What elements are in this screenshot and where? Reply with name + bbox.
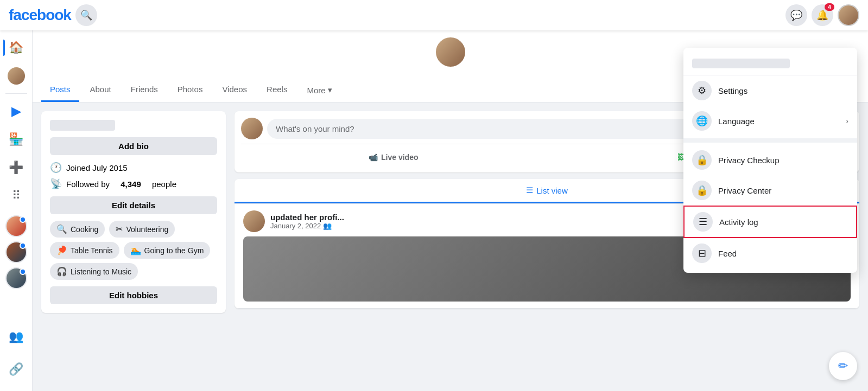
settings-label: Settings xyxy=(718,86,848,95)
privacy-center-label: Privacy Center xyxy=(718,186,848,195)
add-icon: ➕ xyxy=(9,161,23,175)
joined-text: Joined July 2015 xyxy=(66,163,128,172)
hobby-cooking[interactable]: 🔍 Cooking xyxy=(50,221,105,238)
menu-item-language[interactable]: 🌐 Language › xyxy=(683,106,857,136)
chevron-down-icon: ▾ xyxy=(328,85,332,95)
tab-videos[interactable]: Videos xyxy=(213,78,256,102)
sidebar-item-video[interactable]: ▶ xyxy=(3,98,29,124)
post-date: January 2, 2022 xyxy=(270,222,321,230)
edit-hobbies-button[interactable]: Edit hobbies xyxy=(50,286,217,304)
tab-reels[interactable]: Reels xyxy=(258,78,296,102)
volunteering-label: Volunteering xyxy=(126,225,168,234)
messenger-button[interactable]: 💬 xyxy=(785,4,807,26)
live-video-icon: 📹 xyxy=(369,153,378,162)
sidebar-divider xyxy=(5,93,27,94)
clock-icon: 🕐 xyxy=(50,162,62,174)
table-tennis-label: Table Tennis xyxy=(71,246,113,255)
more-button[interactable]: More ▾ xyxy=(298,79,340,101)
menu-item-feed[interactable]: ⊟ Feed xyxy=(683,238,857,268)
top-navigation: facebook 🔍 💬 🔔 4 xyxy=(0,0,868,30)
search-button[interactable]: 🔍 xyxy=(75,4,97,26)
joined-info: 🕐 Joined July 2015 xyxy=(50,162,217,174)
cooking-icon: 🔍 xyxy=(56,224,67,234)
followers-count: 4,349 xyxy=(121,180,141,189)
rss-icon: 📡 xyxy=(50,178,62,190)
active-indicator xyxy=(3,40,5,56)
feed-label: Feed xyxy=(718,249,848,258)
home-icon: 🏠 xyxy=(9,41,23,55)
tab-friends[interactable]: Friends xyxy=(122,78,167,102)
post-info: updated her profi... January 2, 2022 👥 xyxy=(270,213,344,230)
story-dot-3 xyxy=(20,268,26,275)
search-icon: 🔍 xyxy=(80,9,92,21)
hobby-table-tennis[interactable]: 🏓 Table Tennis xyxy=(50,242,119,259)
dropdown-user-info xyxy=(683,52,857,75)
sidebar-story-1[interactable] xyxy=(5,215,27,237)
post-author-avatar xyxy=(243,210,265,232)
hobbies-list: 🔍 Cooking ✂ Volunteering 🏓 Table Tennis … xyxy=(50,221,217,280)
list-view-icon: ☰ xyxy=(526,185,533,195)
user-avatar[interactable] xyxy=(838,4,859,26)
tab-posts[interactable]: Posts xyxy=(41,78,79,102)
add-bio-button[interactable]: Add bio xyxy=(50,137,217,155)
profile-picture[interactable] xyxy=(434,36,467,68)
feed-icon-wrapper: ⊟ xyxy=(692,243,712,263)
feed-icon: ⊟ xyxy=(698,247,706,259)
menu-item-privacy-checkup[interactable]: 🔒 Privacy Checkup xyxy=(683,145,857,175)
profile-icon xyxy=(8,67,25,85)
notifications-button[interactable]: 🔔 4 xyxy=(812,4,833,26)
intro-card: Add bio 🕐 Joined July 2015 📡 Followed by… xyxy=(41,111,226,313)
privacy-center-icon-wrapper: 🔒 xyxy=(692,181,712,200)
left-panel: Add bio 🕐 Joined July 2015 📡 Followed by… xyxy=(41,111,226,313)
messenger-icon: 💬 xyxy=(790,9,802,21)
nav-right: 💬 🔔 4 xyxy=(785,4,859,26)
profile-name-blur xyxy=(50,120,115,131)
privacy-checkup-label: Privacy Checkup xyxy=(718,156,848,165)
menu-item-settings[interactable]: ⚙ Settings xyxy=(683,75,857,106)
post-meta: January 2, 2022 👥 xyxy=(270,222,344,230)
composer-avatar xyxy=(241,118,263,139)
language-icon-wrapper: 🌐 xyxy=(692,111,712,131)
music-icon: 🎧 xyxy=(56,266,67,277)
hobby-volunteering[interactable]: ✂ Volunteering xyxy=(109,221,175,238)
grid-icon: ⠿ xyxy=(12,189,21,203)
followers-suffix: people xyxy=(152,180,176,189)
dropdown-user-name-blur xyxy=(692,59,790,68)
activity-log-label: Activity log xyxy=(719,217,847,227)
audience-icon: 👥 xyxy=(323,222,332,230)
gym-icon: 🏊 xyxy=(130,245,141,255)
hobby-gym[interactable]: 🏊 Going to the Gym xyxy=(124,242,211,259)
sidebar-item-home[interactable]: 🏠 xyxy=(3,35,29,61)
privacy-center-icon: 🔒 xyxy=(696,184,708,196)
post-author-name: updated her profi... xyxy=(270,213,344,222)
settings-icon-wrapper: ⚙ xyxy=(692,81,712,100)
menu-item-activity-log[interactable]: ☰ Activity log xyxy=(683,206,857,238)
tab-photos[interactable]: Photos xyxy=(169,78,212,102)
sidebar-story-2[interactable] xyxy=(5,241,27,263)
hobby-music[interactable]: 🎧 Listening to Music xyxy=(50,263,138,280)
menu-item-privacy-center[interactable]: 🔒 Privacy Center xyxy=(683,175,857,206)
edit-details-button[interactable]: Edit details xyxy=(50,196,217,214)
gym-label: Going to the Gym xyxy=(144,246,204,255)
sidebar-item-profile[interactable] xyxy=(3,63,29,89)
tab-about[interactable]: About xyxy=(81,78,120,102)
volunteering-icon: ✂ xyxy=(116,224,123,234)
live-video-label: Live video xyxy=(381,153,418,162)
marketplace-icon: 🏪 xyxy=(9,132,23,146)
sidebar-item-add[interactable]: ➕ xyxy=(3,155,29,181)
sidebar-item-marketplace[interactable]: 🏪 xyxy=(3,126,29,152)
sidebar-item-grid[interactable]: ⠿ xyxy=(3,183,29,209)
menu-divider-1 xyxy=(683,138,857,143)
sidebar-story-3[interactable] xyxy=(5,267,27,289)
privacy-checkup-icon-wrapper: 🔒 xyxy=(692,150,712,170)
privacy-checkup-icon: 🔒 xyxy=(696,154,708,166)
live-video-button[interactable]: 📹 Live video xyxy=(241,149,546,166)
language-chevron-icon: › xyxy=(846,117,848,125)
notification-badge: 4 xyxy=(825,3,834,11)
activity-log-icon: ☰ xyxy=(699,216,707,228)
followers-info: 📡 Followed by 4,349 people xyxy=(50,178,217,190)
facebook-logo[interactable]: facebook xyxy=(9,7,71,24)
music-label: Listening to Music xyxy=(71,267,131,276)
nav-left: facebook 🔍 xyxy=(9,4,97,26)
language-label: Language xyxy=(718,117,839,126)
